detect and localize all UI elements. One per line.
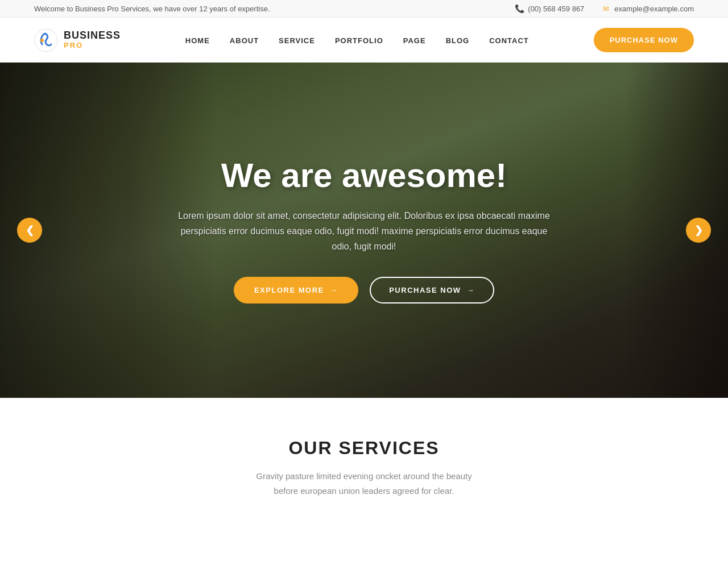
arrow-left-icon: ❮	[26, 224, 34, 236]
nav-item-contact[interactable]: CONTACT	[489, 35, 529, 45]
logo-brand: BUSINESS	[64, 30, 121, 41]
navbar-purchase-button[interactable]: PURCHASE NOW	[594, 28, 694, 52]
nav-item-about[interactable]: ABOUT	[230, 35, 259, 45]
hero-right-overlay	[626, 63, 728, 398]
nav-link-service[interactable]: SERVICE	[279, 36, 315, 45]
nav-item-blog[interactable]: BLOG	[446, 35, 470, 45]
logo-sub: PRO	[64, 41, 121, 49]
services-subtitle-line2: before european union leaders agreed for…	[274, 486, 454, 496]
email-icon: ✉	[601, 4, 610, 13]
services-title: OUR SERVICES	[34, 438, 694, 459]
nav-link-home[interactable]: HOME	[185, 36, 210, 45]
navbar: BUSINESS PRO HOME ABOUT SERVICE PORTFOLI…	[0, 18, 728, 63]
nav-link-page[interactable]: PAGE	[403, 36, 426, 45]
topbar-contact: 📞 (00) 568 459 867 ✉ example@example.com	[515, 4, 694, 13]
logo[interactable]: BUSINESS PRO	[34, 28, 121, 52]
topbar-email: example@example.com	[614, 5, 694, 13]
nav-link-blog[interactable]: BLOG	[446, 36, 470, 45]
services-subtitle: Gravity pasture limited evening oncket a…	[245, 469, 483, 498]
services-section: OUR SERVICES Gravity pasture limited eve…	[0, 398, 728, 526]
arrow-right-icon: ❯	[694, 224, 703, 236]
hero-buttons: EXPLORE MORE → PURCHASE NOW →	[171, 277, 557, 304]
topbar: Welcome to Business Pro Services, we hav…	[0, 0, 728, 18]
arrow-right-small-icon2: →	[467, 286, 475, 294]
hero-title: We are awesome!	[171, 157, 557, 194]
hero-subtitle: Lorem ipsum dolor sit amet, consectetur …	[171, 208, 557, 255]
nav-links: HOME ABOUT SERVICE PORTFOLIO PAGE BLOG C…	[185, 35, 529, 45]
logo-text: BUSINESS PRO	[64, 30, 121, 49]
hero-purchase-button[interactable]: PURCHASE NOW →	[370, 277, 494, 304]
nav-item-page[interactable]: PAGE	[403, 35, 426, 45]
phone-icon: 📞	[515, 4, 524, 13]
slider-prev-button[interactable]: ❮	[17, 218, 42, 243]
slider-next-button[interactable]: ❯	[686, 218, 711, 243]
topbar-email-item: ✉ example@example.com	[601, 4, 694, 13]
topbar-phone: (00) 568 459 867	[528, 5, 584, 13]
nav-link-about[interactable]: ABOUT	[230, 36, 259, 45]
nav-item-service[interactable]: SERVICE	[279, 35, 315, 45]
nav-link-portfolio[interactable]: PORTFOLIO	[335, 36, 383, 45]
topbar-welcome: Welcome to Business Pro Services, we hav…	[34, 5, 270, 13]
nav-item-home[interactable]: HOME	[185, 35, 210, 45]
purchase-label: PURCHASE NOW	[389, 286, 461, 294]
svg-point-1	[40, 39, 44, 42]
hero-section: ❮ We are awesome! Lorem ipsum dolor sit …	[0, 63, 728, 398]
arrow-right-small-icon: →	[330, 286, 338, 294]
explore-label: EXPLORE MORE	[254, 286, 324, 294]
services-subtitle-line1: Gravity pasture limited evening oncket a…	[256, 471, 471, 481]
explore-more-button[interactable]: EXPLORE MORE →	[234, 277, 358, 304]
topbar-phone-item: 📞 (00) 568 459 867	[515, 4, 584, 13]
logo-icon	[34, 28, 58, 52]
nav-link-contact[interactable]: CONTACT	[489, 36, 529, 45]
hero-content: We are awesome! Lorem ipsum dolor sit am…	[159, 157, 569, 304]
nav-item-portfolio[interactable]: PORTFOLIO	[335, 35, 383, 45]
